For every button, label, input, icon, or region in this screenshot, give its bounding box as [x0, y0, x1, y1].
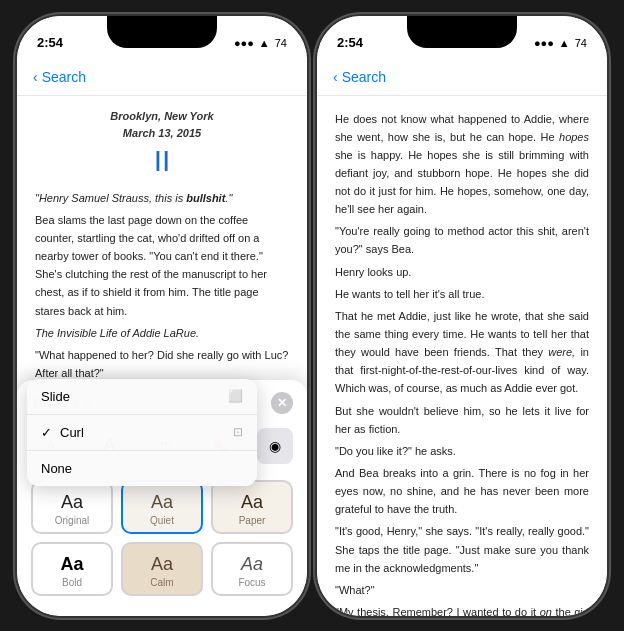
menu-slide-label: Slide: [41, 389, 70, 404]
status-icons-left: ●●● ▲ 74: [234, 37, 287, 49]
wifi-icon: ▲: [259, 37, 270, 49]
theme-original-aa: Aa: [61, 492, 83, 513]
theme-bold-label: Bold: [62, 577, 82, 588]
theme-calm-card[interactable]: Aa Calm: [121, 542, 203, 596]
time-left: 2:54: [37, 35, 63, 50]
theme-quiet-card[interactable]: Aa Quiet: [121, 480, 203, 534]
display-options-icon[interactable]: ◉: [257, 428, 293, 464]
wifi-icon-right: ▲: [559, 37, 570, 49]
menu-none-label: None: [41, 461, 72, 476]
theme-grid: Aa Original Aa Quiet Aa Paper: [31, 480, 293, 596]
transition-menu: Slide ⬜ ✓ Curl ⊡ None: [27, 379, 257, 486]
menu-curl-label: Curl: [60, 425, 233, 440]
left-phone: 2:54 ●●● ▲ 74 ‹ Search Brooklyn, New Y: [17, 16, 307, 616]
theme-calm-aa: Aa: [151, 554, 173, 575]
theme-paper-aa: Aa: [241, 492, 263, 513]
theme-focus-card[interactable]: Aa Focus: [211, 542, 293, 596]
curl-check: ✓: [41, 425, 52, 440]
curl-icon: ⊡: [233, 425, 243, 439]
theme-original-label: Original: [55, 515, 89, 526]
menu-item-curl[interactable]: ✓ Curl ⊡: [27, 415, 257, 451]
back-button-left[interactable]: ‹ Search: [33, 69, 86, 85]
book-title-section: Brooklyn, New York March 13, 2015 II: [35, 108, 289, 179]
theme-original-card[interactable]: Aa Original: [31, 480, 113, 534]
back-chevron-left: ‹: [33, 69, 38, 85]
theme-quiet-aa: Aa: [151, 492, 173, 513]
status-icons-right: ●●● ▲ 74: [534, 37, 587, 49]
theme-focus-aa: Aa: [241, 554, 263, 575]
notch: [107, 16, 217, 48]
close-icon: ✕: [277, 396, 287, 410]
back-button-right[interactable]: ‹ Search: [333, 69, 386, 85]
menu-item-slide[interactable]: Slide ⬜: [27, 379, 257, 415]
right-phone: 2:54 ●●● ▲ 74 ‹ Search He does not know …: [317, 16, 607, 616]
eye-symbol: ◉: [269, 438, 281, 454]
theme-calm-label: Calm: [150, 577, 173, 588]
battery-icon-right: 74: [575, 37, 587, 49]
slide-icon: ⬜: [228, 389, 243, 403]
theme-quiet-label: Quiet: [150, 515, 174, 526]
chapter-numeral: II: [35, 143, 289, 179]
theme-focus-label: Focus: [238, 577, 265, 588]
notch-right: [407, 16, 517, 48]
menu-item-none[interactable]: None: [27, 451, 257, 486]
nav-bar-right: ‹ Search: [317, 60, 607, 96]
theme-paper-label: Paper: [239, 515, 266, 526]
back-label-left: Search: [42, 69, 86, 85]
close-button[interactable]: ✕: [271, 392, 293, 414]
time-right: 2:54: [337, 35, 363, 50]
nav-bar-left: ‹ Search: [17, 60, 307, 96]
book-content-right: He does not know what happened to Addie,…: [317, 96, 607, 616]
back-label-right: Search: [342, 69, 386, 85]
theme-bold-aa: Aa: [60, 554, 83, 575]
battery-icon: 74: [275, 37, 287, 49]
book-location: Brooklyn, New York March 13, 2015: [35, 108, 289, 143]
signal-icon: ●●●: [234, 37, 254, 49]
phones-container: 2:54 ●●● ▲ 74 ‹ Search Brooklyn, New Y: [17, 16, 607, 616]
theme-paper-card[interactable]: Aa Paper: [211, 480, 293, 534]
theme-bold-card[interactable]: Aa Bold: [31, 542, 113, 596]
signal-icon-right: ●●●: [534, 37, 554, 49]
back-chevron-right: ‹: [333, 69, 338, 85]
